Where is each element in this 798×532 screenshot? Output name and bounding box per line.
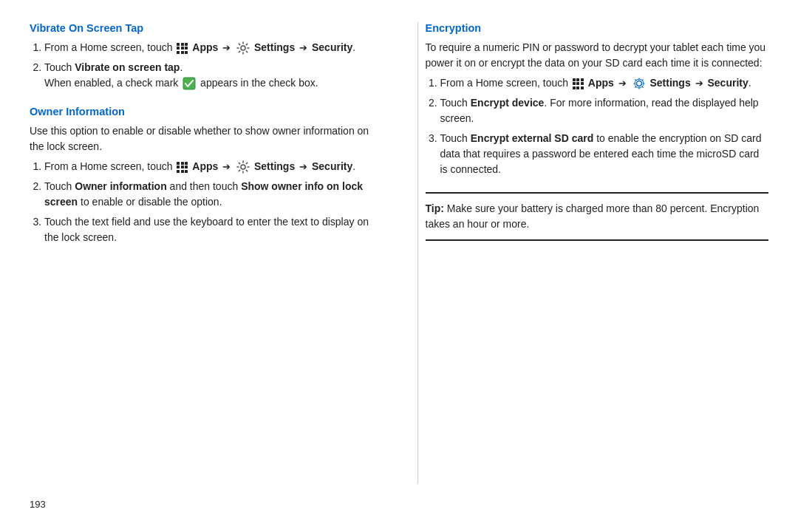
- svg-point-0: [241, 46, 245, 50]
- encrypt-sd-bold: Encrypt external SD card: [471, 132, 594, 144]
- vibrate-bold: Vibrate on screen tap: [75, 61, 180, 73]
- apps-grid-icon: [177, 43, 188, 54]
- section-owner: Owner Information Use this option to ena…: [30, 106, 373, 245]
- svg-point-2: [241, 165, 245, 169]
- apps-grid-icon-3: [573, 78, 584, 89]
- settings-label-1: Settings: [254, 41, 295, 53]
- settings-gear-icon-3: [632, 77, 646, 90]
- apps-grid-icon-2: [177, 162, 188, 173]
- apps-label-1: Apps: [192, 41, 218, 53]
- encryption-step-1: From a Home screen, touch Apps ➔: [440, 75, 769, 91]
- encryption-step-3: Touch Encrypt external SD card to enable…: [440, 131, 769, 177]
- encryption-title: Encryption: [426, 22, 769, 34]
- section-vibrate: Vibrate On Screen Tap From a Home screen…: [30, 22, 373, 91]
- settings-gear-icon-1: [236, 41, 250, 55]
- tip-content: Make sure your battery is charged more t…: [426, 202, 760, 230]
- vibrate-steps: From a Home screen, touch Apps ➔ Sett: [44, 40, 373, 91]
- settings-label-2: Settings: [254, 160, 295, 172]
- vibrate-step-1: From a Home screen, touch Apps ➔ Sett: [44, 40, 373, 55]
- tip-section: Tip: Make sure your battery is charged m…: [426, 192, 769, 241]
- settings-gear-icon-2: [236, 160, 250, 174]
- arrow-3: ➔: [222, 161, 231, 172]
- checkmark-icon: [183, 77, 196, 90]
- arrow-2: ➔: [299, 42, 307, 53]
- column-left: Vibrate On Screen Tap From a Home screen…: [30, 22, 388, 484]
- encryption-steps: From a Home screen, touch Apps ➔: [440, 75, 769, 177]
- section-encryption: Encryption To require a numeric PIN or p…: [426, 22, 769, 177]
- owner-step-2: Touch Owner information and then touch S…: [44, 179, 373, 210]
- apps-label-2: Apps: [192, 160, 218, 172]
- arrow-5: ➔: [618, 78, 627, 89]
- encryption-intro: To require a numeric PIN or password to …: [426, 40, 769, 71]
- owner-step-1: From a Home screen, touch Apps ➔ Sett: [44, 159, 373, 174]
- encrypt-device-bold: Encrypt device: [471, 97, 545, 109]
- encryption-step-2: Touch Encrypt device. For more informati…: [440, 95, 769, 126]
- svg-point-3: [636, 81, 641, 86]
- page-number: 193: [30, 499, 768, 510]
- tip-text: Tip: Make sure your battery is charged m…: [426, 201, 769, 232]
- apps-label-3: Apps: [588, 77, 614, 89]
- vibrate-title: Vibrate On Screen Tap: [30, 22, 373, 34]
- arrow-4: ➔: [299, 161, 307, 172]
- owner-info-bold: Owner information: [75, 180, 166, 192]
- vibrate-step-2: Touch Vibrate on screen tap. When enable…: [44, 60, 373, 91]
- owner-step-3: Touch the text field and use the keyboar…: [44, 214, 373, 245]
- arrow-6: ➔: [695, 78, 703, 89]
- security-label-1: Security: [312, 41, 352, 53]
- owner-intro: Use this option to enable or disable whe…: [30, 123, 373, 154]
- security-label-2: Security: [312, 160, 352, 172]
- arrow-1: ➔: [222, 42, 231, 53]
- owner-title: Owner Information: [30, 106, 373, 117]
- columns: Vibrate On Screen Tap From a Home screen…: [30, 22, 768, 484]
- column-right: Encryption To require a numeric PIN or p…: [417, 22, 769, 484]
- settings-label-3: Settings: [649, 77, 690, 89]
- owner-steps: From a Home screen, touch Apps ➔ Sett: [44, 159, 373, 245]
- page-container: Vibrate On Screen Tap From a Home screen…: [0, 0, 798, 532]
- security-label-3: Security: [707, 77, 748, 89]
- tip-label: Tip:: [426, 202, 444, 214]
